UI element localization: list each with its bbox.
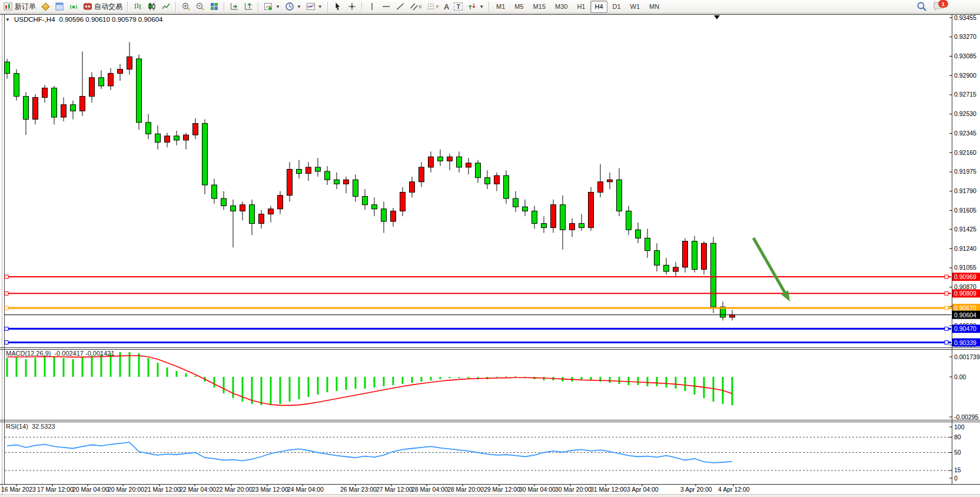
indicators-button[interactable]: ▼ — [261, 0, 283, 13]
candle — [560, 205, 566, 230]
time-tick-label: 3 Apr 20:00 — [680, 486, 712, 493]
timeframe-button-m1[interactable]: M1 — [492, 1, 509, 13]
line-handle[interactable] — [5, 327, 8, 330]
periods-button[interactable]: ▼ — [283, 0, 304, 13]
navigator-button[interactable] — [67, 0, 81, 13]
candle — [438, 157, 443, 161]
trendline-icon — [396, 2, 405, 11]
crosshair-button[interactable] — [345, 0, 359, 13]
price-tick-label: 0.91055 — [954, 264, 976, 271]
fibonacci-tool[interactable]: F — [424, 0, 441, 13]
line-handle[interactable] — [945, 275, 948, 279]
timeframe-button-m30[interactable]: M30 — [551, 1, 572, 13]
line-handle[interactable] — [945, 291, 948, 295]
text-tool[interactable]: A — [441, 0, 451, 13]
toolbar-separator — [175, 2, 177, 12]
candle — [127, 57, 132, 69]
chart-title: ▼ USDCHF-,H4 0.90596 0.90610 0.90579 0.9… — [5, 16, 162, 23]
zoom-out-icon — [195, 2, 205, 11]
chart-canvas[interactable]: 0.934550.932700.930850.929000.927150.925… — [0, 14, 980, 495]
line-handle[interactable] — [5, 341, 8, 344]
arrow-annotation-head[interactable] — [781, 290, 790, 301]
autotrading-button[interactable]: 自动交易 — [81, 0, 125, 13]
new-order-label: 新订单 — [15, 2, 36, 12]
time-tick-label: 22 Mar 04:00 — [180, 486, 216, 493]
chart-menu-caret-icon[interactable]: ▼ — [5, 17, 10, 22]
rsi-name: RSI(14) — [6, 423, 28, 430]
templates-button[interactable]: ▼ — [304, 0, 325, 13]
candle — [212, 185, 217, 198]
candle — [202, 124, 208, 185]
arrow-annotation[interactable] — [753, 238, 786, 294]
text-label-tool[interactable]: T — [451, 0, 465, 13]
autotrading-label: 自动交易 — [94, 2, 122, 12]
candle — [532, 211, 537, 223]
line-handle[interactable] — [5, 275, 8, 279]
dropdown-caret-icon: ▼ — [297, 4, 301, 9]
candle — [410, 182, 415, 193]
time-tick-label: 28 Mar 20:00 — [447, 486, 484, 493]
time-tick-label: 30 Mar 20:00 — [555, 486, 592, 493]
candle — [315, 167, 321, 171]
price-tick-label: 0.92345 — [954, 130, 976, 137]
search-icon[interactable] — [916, 1, 927, 12]
auto-scroll-button[interactable] — [227, 0, 241, 13]
candle — [99, 78, 104, 86]
rsi-indicator-label: RSI(14) 32.5323 — [6, 423, 55, 430]
zoom-in-button[interactable] — [179, 0, 193, 13]
candle — [33, 97, 38, 119]
market-watch-button[interactable] — [38, 0, 52, 13]
chart-candles-button[interactable] — [145, 0, 159, 13]
line-handle[interactable] — [945, 327, 948, 330]
candle — [428, 157, 434, 167]
timeframe-button-h4[interactable]: H4 — [590, 1, 607, 13]
trendline-tool[interactable] — [393, 0, 407, 13]
line-handle[interactable] — [5, 291, 8, 295]
line-handle[interactable] — [5, 306, 8, 310]
chart-bars-button[interactable] — [131, 0, 145, 13]
rsi-scale-label: 15 — [954, 466, 961, 473]
candle — [730, 315, 735, 317]
time-tick-label: 24 Mar 04:00 — [287, 486, 324, 493]
zoom-out-button[interactable] — [193, 0, 207, 13]
timeframe-button-h1[interactable]: H1 — [573, 1, 589, 13]
chart-line-button[interactable] — [159, 0, 173, 13]
candle — [551, 205, 556, 228]
timeframe-button-m15[interactable]: M15 — [529, 1, 550, 13]
notification-badge: 1 — [938, 0, 948, 8]
vertical-line-tool[interactable] — [365, 0, 379, 13]
candle — [306, 167, 311, 174]
candle — [664, 265, 669, 271]
toolbar-separator — [489, 2, 490, 12]
candle — [24, 97, 29, 120]
data-window-button[interactable] — [52, 0, 67, 13]
line-handle[interactable] — [945, 341, 948, 344]
timeframe-button-w1[interactable]: W1 — [626, 1, 645, 13]
candle — [391, 211, 396, 221]
toolbar-separator — [327, 2, 328, 12]
dropdown-caret-icon: ▼ — [275, 4, 280, 9]
arrows-tool[interactable]: ▼ — [465, 0, 486, 13]
notifications-button[interactable]: 1 — [933, 1, 946, 12]
price-tick-label: 0.90870 — [954, 283, 976, 290]
cursor-button[interactable] — [331, 0, 345, 13]
horizontal-line-tool[interactable] — [379, 0, 393, 13]
crosshair-icon — [347, 2, 357, 11]
chart-shift-button[interactable] — [241, 0, 255, 13]
tile-windows-icon — [210, 2, 219, 11]
chart-shift-marker[interactable] — [714, 15, 720, 19]
fibonacci-letter: F — [436, 4, 439, 9]
channel-tool[interactable]: E — [407, 0, 424, 13]
line-handle[interactable] — [945, 306, 948, 310]
timeframe-button-mn[interactable]: MN — [645, 1, 663, 13]
candle — [381, 209, 387, 221]
candle — [240, 205, 245, 211]
timeframe-button-m5[interactable]: M5 — [510, 1, 527, 13]
price-label-text: 0.90604 — [954, 312, 976, 319]
candle — [579, 224, 584, 228]
line-chart-icon — [161, 2, 171, 11]
new-order-icon — [4, 2, 13, 11]
new-order-button[interactable]: 新订单 — [1, 0, 38, 13]
timeframe-button-d1[interactable]: D1 — [609, 1, 625, 13]
tile-windows-button[interactable] — [207, 0, 221, 13]
